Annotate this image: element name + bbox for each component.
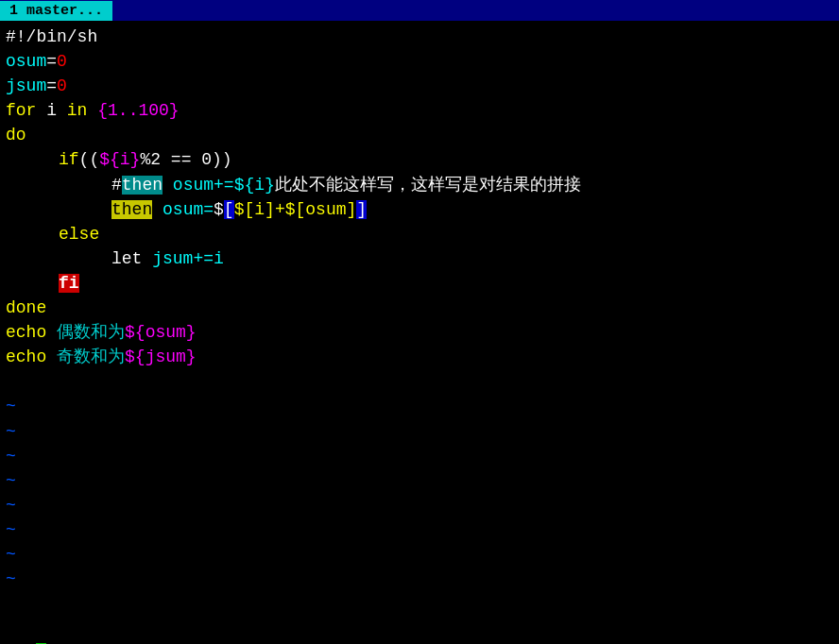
vim-statusbar: :wq bbox=[0, 639, 839, 644]
vim-tab[interactable]: 1 master... bbox=[0, 1, 112, 21]
code-line-23: ~ bbox=[0, 567, 839, 591]
code-line-14: echo 奇数和为${jsum} bbox=[0, 345, 839, 369]
code-line-1: #!/bin/sh bbox=[0, 25, 839, 49]
code-line-2: osum=0 bbox=[0, 49, 839, 74]
code-line-18: ~ bbox=[0, 444, 839, 468]
code-line-15 bbox=[0, 369, 839, 394]
code-line-9: else bbox=[0, 222, 839, 246]
code-line-3: jsum=0 bbox=[0, 74, 839, 98]
code-line-20: ~ bbox=[0, 493, 839, 517]
code-line-13: echo 偶数和为${osum} bbox=[0, 320, 839, 345]
code-line-7: #then osum+=${i}此处不能这样写，这样写是对结果的拼接 bbox=[0, 173, 839, 197]
code-line-4: for i in {1..100} bbox=[0, 98, 839, 123]
code-line-11: fi bbox=[0, 271, 839, 296]
code-line-22: ~ bbox=[0, 542, 839, 567]
code-line-5: do bbox=[0, 123, 839, 147]
code-line-17: ~ bbox=[0, 419, 839, 444]
code-line-19: ~ bbox=[0, 468, 839, 493]
code-line-12: done bbox=[0, 296, 839, 320]
vim-tabbar: 1 master... bbox=[0, 0, 839, 21]
code-line-8: then osum=$[$[i]+$[osum]] bbox=[0, 197, 839, 222]
code-line-10: let jsum+=i bbox=[0, 246, 839, 271]
code-line-21: ~ bbox=[0, 517, 839, 542]
editor-area: #!/bin/sh osum=0 jsum=0 for i in {1..100… bbox=[0, 21, 839, 639]
code-line-16: ~ bbox=[0, 394, 839, 418]
code-line-6: if((${i}%2 == 0)) bbox=[0, 147, 839, 172]
